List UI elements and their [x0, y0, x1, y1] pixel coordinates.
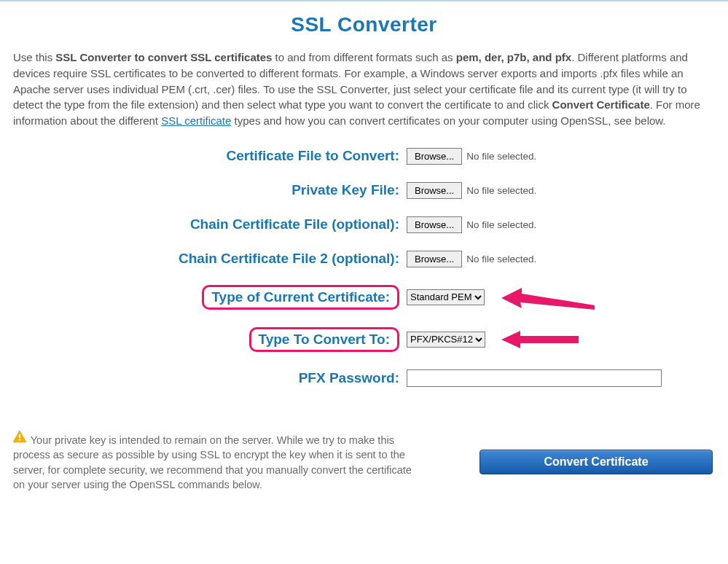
label-type-convert: Type To Convert To: [13, 327, 407, 352]
highlight-type-convert: Type To Convert To: [249, 327, 400, 352]
arrow-annotation-icon [501, 285, 596, 311]
intro-seg: Use this [13, 51, 55, 63]
private-key-status: No file selected. [466, 185, 536, 196]
warning-text: Your private key is intended to remain o… [13, 434, 412, 490]
ssl-certificate-link[interactable]: SSL certificate [161, 114, 231, 127]
intro-seg: types and how you can convert certificat… [231, 114, 665, 127]
select-type-convert[interactable]: PFX/PKCS#12 [407, 332, 485, 348]
label-chain-cert-1: Chain Certificate File (optional): [13, 216, 407, 232]
page-title: SSL Converter [13, 13, 715, 36]
chain-cert-2-status: No file selected. [466, 254, 536, 265]
svg-rect-3 [19, 434, 20, 438]
svg-marker-0 [501, 288, 595, 310]
warning-icon [13, 431, 26, 446]
intro-bold: SSL Converter to convert SSL certificate… [55, 51, 272, 63]
chain-cert-1-status: No file selected. [466, 219, 536, 230]
label-pfx-password: PFX Password: [13, 370, 407, 386]
label-private-key: Private Key File: [13, 182, 407, 198]
arrow-annotation-icon [501, 329, 580, 350]
cert-file-status: No file selected. [466, 151, 536, 162]
highlight-type-current: Type of Current Certificate: [202, 285, 399, 310]
browse-cert-file-button[interactable]: Browse... [407, 148, 462, 165]
intro-bold: Convert Certificate [552, 98, 650, 111]
browse-chain-cert-1-button[interactable]: Browse... [407, 216, 462, 233]
browse-chain-cert-2-button[interactable]: Browse... [407, 251, 462, 267]
svg-marker-1 [501, 331, 579, 348]
label-type-current: Type of Current Certificate: [13, 285, 407, 310]
browse-private-key-button[interactable]: Browse... [407, 182, 462, 199]
pfx-password-input[interactable] [407, 369, 662, 387]
intro-bold: pem, der, p7b, and pfx [456, 51, 571, 63]
svg-rect-4 [19, 439, 20, 440]
label-chain-cert-2: Chain Certificate File 2 (optional): [13, 251, 407, 267]
select-type-current[interactable]: Standard PEM [407, 289, 485, 305]
label-cert-file: Certificate File to Convert: [13, 148, 407, 164]
warning-note: Your private key is intended to remain o… [13, 431, 421, 492]
convert-certificate-button[interactable]: Convert Certificate [480, 450, 713, 474]
intro-text: Use this SSL Converter to convert SSL ce… [13, 50, 715, 129]
intro-seg: to and from different formats such as [272, 51, 455, 63]
